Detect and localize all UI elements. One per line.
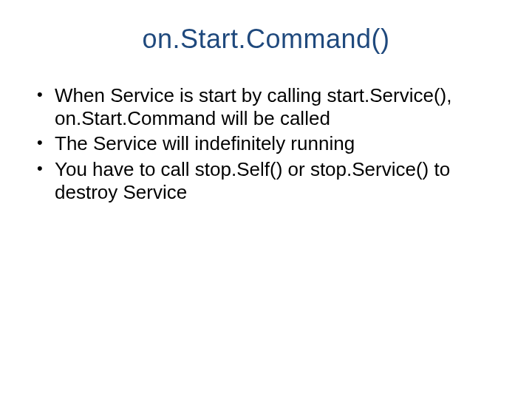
list-item: You have to call stop.Self() or stop.Ser…: [34, 158, 502, 203]
bullet-list: When Service is start by calling start.S…: [34, 84, 502, 203]
list-item: When Service is start by calling start.S…: [34, 84, 502, 129]
slide: on.Start.Command() When Service is start…: [0, 0, 532, 399]
list-item: The Service will indefinitely running: [34, 132, 502, 155]
slide-title: on.Start.Command(): [30, 24, 502, 55]
